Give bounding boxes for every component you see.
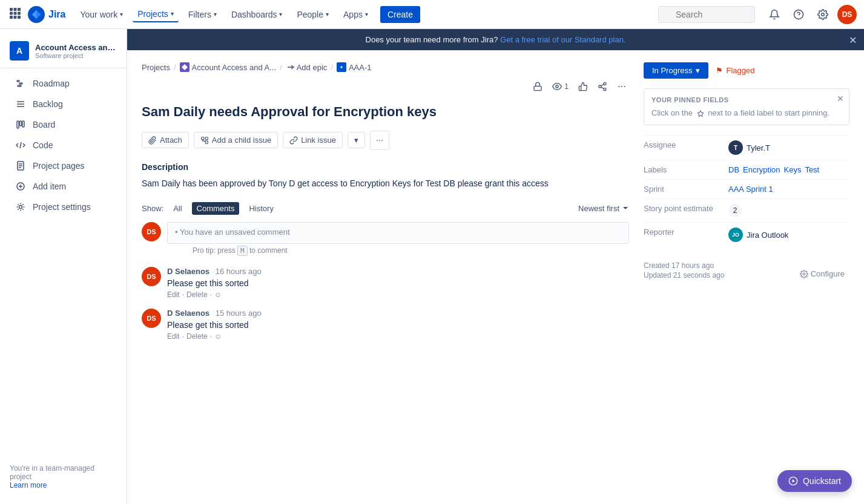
banner-link[interactable]: Get a free trial of our Standard plan.	[500, 35, 625, 44]
learn-more-link[interactable]: Learn more	[10, 481, 47, 489]
add-child-issue-label: Add a child issue	[212, 136, 271, 145]
breadcrumb-issue-icon	[337, 62, 346, 72]
svg-point-41	[621, 86, 622, 87]
field-reporter: Reporter JO Jira Outlook	[644, 222, 849, 247]
sidebar-item-add-item[interactable]: Add item	[5, 177, 122, 196]
lock-icon[interactable]	[530, 79, 545, 94]
notifications-icon[interactable]	[765, 5, 784, 24]
svg-rect-43	[202, 137, 204, 139]
svg-rect-33	[534, 86, 541, 90]
label-keys[interactable]: Keys	[783, 165, 801, 174]
flagged-label: Flagged	[726, 66, 754, 75]
svg-rect-44	[205, 137, 208, 139]
sidebar-item-backlog[interactable]: Backlog	[5, 94, 122, 114]
flag-icon: ⚑	[716, 66, 723, 75]
attach-button[interactable]: Attach	[142, 132, 189, 148]
comment-delete-0[interactable]: Delete	[186, 290, 208, 299]
pinned-hint: Click on the next to a field label to st…	[651, 108, 842, 117]
story-point-badge[interactable]: 2	[728, 204, 742, 217]
labels-value: DB Encryption Keys Test	[728, 165, 849, 174]
assignee-label: Assignee	[644, 140, 728, 149]
reporter-name[interactable]: Jira Outlook	[747, 231, 788, 240]
project-settings-icon	[15, 202, 27, 212]
comment-meta-0: D Selaenos 16 hours ago	[167, 267, 627, 276]
breadcrumb-epic[interactable]: Add epic	[286, 63, 328, 72]
comment-text-1: Please get this sorted	[167, 320, 627, 330]
roadmap-icon	[15, 79, 27, 88]
nav-logo[interactable]: Jira	[28, 6, 65, 23]
dropdown-more-button[interactable]: ▾	[348, 132, 365, 148]
comment-react-0[interactable]: ☺	[214, 290, 222, 299]
svg-rect-20	[17, 121, 19, 128]
svg-line-23	[20, 142, 21, 148]
sprint-name[interactable]: AAA Sprint 1	[728, 185, 773, 194]
sidebar-item-project-pages[interactable]: Project pages	[5, 156, 122, 175]
current-user-avatar: DS	[142, 222, 161, 241]
sidebar-add-item-label: Add item	[33, 182, 66, 191]
banner-close-icon[interactable]: ✕	[849, 34, 857, 45]
comment-delete-1[interactable]: Delete	[186, 332, 208, 341]
field-assignee: Assignee T Tyler.T	[644, 135, 849, 160]
thumbs-up-icon[interactable]	[576, 79, 590, 94]
flagged-button[interactable]: ⚑ Flagged	[716, 66, 754, 75]
breadcrumb-project[interactable]: Account Access and A...	[180, 62, 276, 72]
assignee-name[interactable]: Tyler.T	[747, 143, 770, 152]
svg-point-47	[379, 140, 380, 141]
sidebar-item-project-settings[interactable]: Project settings	[5, 197, 122, 217]
newest-first[interactable]: Newest first	[578, 204, 629, 213]
comment-edit-0[interactable]: Edit	[167, 290, 180, 299]
nav-filters[interactable]: Filters ▾	[183, 7, 222, 22]
banner-text: Does your team need more from Jira?	[366, 35, 498, 44]
sidebar-pages-label: Project pages	[33, 161, 85, 171]
comment-react-1[interactable]: ☺	[214, 332, 222, 341]
more-options-icon[interactable]	[615, 79, 629, 94]
attach-label: Attach	[160, 136, 182, 145]
nav-projects[interactable]: Projects ▾	[133, 7, 179, 22]
nav-apps[interactable]: Apps ▾	[338, 7, 373, 22]
sidebar-item-roadmap[interactable]: Roadmap	[5, 74, 122, 93]
add-child-issue-button[interactable]: Add a child issue	[194, 132, 278, 148]
share-icon[interactable]	[595, 79, 610, 94]
filter-comments-button[interactable]: Comments	[192, 202, 240, 215]
label-db[interactable]: DB	[728, 165, 739, 174]
svg-point-13	[822, 13, 825, 16]
story-point-value: 2	[728, 204, 849, 217]
svg-point-35	[604, 82, 606, 85]
breadcrumb-projects[interactable]: Projects	[142, 63, 170, 72]
comment-input[interactable]: • You have an unsaved comment	[167, 222, 629, 244]
main-wrap: A Account Access and Ap... Software proj…	[0, 29, 864, 504]
configure-button[interactable]: Configure	[795, 267, 849, 281]
settings-icon[interactable]	[813, 5, 833, 24]
action-overflow-button[interactable]	[370, 131, 389, 150]
search-wrap	[658, 6, 755, 23]
status-label: In Progress	[652, 66, 692, 75]
announcement-banner: Does your team need more from Jira? Get …	[127, 29, 864, 50]
svg-point-48	[381, 140, 383, 141]
filter-history-button[interactable]: History	[244, 202, 278, 215]
help-icon[interactable]	[789, 5, 808, 24]
sidebar-item-board[interactable]: Board	[5, 115, 122, 134]
status-button[interactable]: In Progress ▾	[644, 62, 708, 79]
board-icon	[15, 120, 27, 129]
nav-people[interactable]: People ▾	[292, 7, 334, 22]
comment-body-1: D Selaenos 15 hours ago Please get this …	[167, 309, 627, 341]
breadcrumb-issue[interactable]: AAA-1	[337, 62, 372, 72]
nav-dashboards[interactable]: Dashboards ▾	[226, 7, 288, 22]
svg-rect-6	[10, 16, 13, 19]
quickstart-button[interactable]: Quickstart	[777, 470, 852, 492]
sidebar-item-code[interactable]: Code	[5, 136, 122, 155]
grid-icon[interactable]	[7, 5, 23, 23]
comment-edit-1[interactable]: Edit	[167, 332, 180, 341]
link-issue-button[interactable]: Link issue	[283, 132, 343, 148]
svg-point-37	[604, 88, 606, 91]
create-button[interactable]: Create	[380, 6, 420, 23]
search-input[interactable]	[658, 6, 755, 23]
filter-all-button[interactable]: All	[168, 202, 186, 215]
watch-icon[interactable]: 1	[550, 79, 571, 94]
pinned-close-icon[interactable]: ✕	[837, 94, 844, 103]
sprint-label: Sprint	[644, 185, 728, 194]
nav-your-work[interactable]: Your work ▾	[75, 7, 128, 22]
label-test[interactable]: Test	[805, 165, 819, 174]
label-encryption[interactable]: Encryption	[743, 165, 780, 174]
user-avatar[interactable]: DS	[837, 5, 857, 24]
